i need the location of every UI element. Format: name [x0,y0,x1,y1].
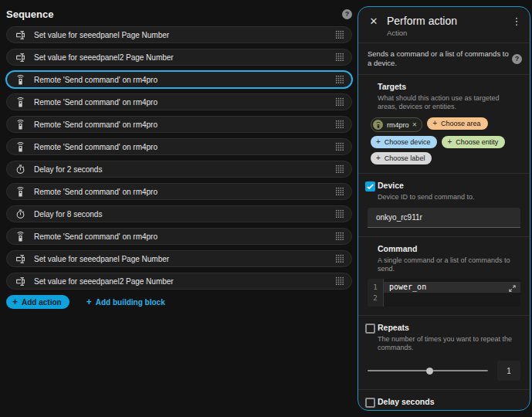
sequence-row[interactable]: Remote 'Send command' on rm4pro [6,228,352,245]
repeats-checkbox[interactable] [365,324,375,334]
sequence-row-label: Set value for seeedpanel Page Number [34,31,335,39]
command-description: A single command or a list of commands t… [378,256,520,273]
drag-handle-icon[interactable] [335,30,344,39]
add-action-label: Add action [22,298,62,307]
plus-icon: + [432,120,437,127]
plus-icon: + [86,297,92,307]
sequence-row-label: Set value for seeedpanel Page Number [34,255,335,263]
remote-icon [15,187,25,197]
sequence-row-label: Set value for seeedpanel2 Page Number [34,277,335,286]
expand-icon[interactable] [508,282,517,290]
device-section: Device Device ID to send command to. onk… [358,174,530,236]
sequence-row[interactable]: Remote 'Send command' on rm4pro [6,71,352,88]
target-device-chip[interactable]: rm4pro ✕ [371,117,422,132]
sequence-row-label: Delay for 8 seconds [34,210,335,219]
repeats-description: The number of times you want to repeat t… [378,335,520,352]
device-chip-label: rm4pro [387,121,409,129]
slider-thumb[interactable] [426,368,433,375]
help-icon[interactable]: ? [342,9,352,19]
sequence-list: Set value for seeedpanel Page Number Set… [6,26,352,290]
drag-handle-icon[interactable] [335,97,344,107]
choose-label-button[interactable]: + Choose label [371,152,432,164]
sequence-row-label: Delay for 2 seconds [34,165,335,174]
repeats-slider[interactable] [368,365,488,376]
sequence-row-label: Remote 'Send command' on rm4pro [34,143,335,151]
plus-icon: + [376,154,381,162]
remote-icon [15,75,25,85]
repeats-section: Repeats The number of times you want to … [358,316,530,389]
remote-icon [15,142,25,152]
remote-icon [15,97,25,107]
sequence-panel: Sequence ? Set value for seeedpanel Page… [6,8,352,309]
delay-heading: Delay seconds [378,397,520,407]
form-textbox-icon [15,53,25,63]
sequence-row[interactable]: Remote 'Send command' on rm4pro [6,93,352,110]
targets-description: What should this action use as targeted … [378,94,520,111]
add-action-button[interactable]: + Add action [6,295,69,309]
command-section: Command A single command or a list of co… [358,237,530,315]
code-line: power_on [384,282,520,293]
choose-entity-button[interactable]: + Choose entity [442,136,505,148]
delay-description: The time you want to wait in between rep… [378,409,520,411]
action-description-row: Sends a command or a list of commands to… [358,43,530,74]
drag-handle-icon[interactable] [335,187,344,196]
sequence-row[interactable]: Remote 'Send command' on rm4pro [6,183,352,200]
targets-heading: Targets [378,82,520,92]
drag-handle-icon[interactable] [335,209,344,219]
sequence-title: Sequence [6,8,53,20]
delay-seconds-section: Delay seconds The time you want to wait … [358,390,530,411]
action-description: Sends a command or a list of commands to… [368,49,512,68]
drag-handle-icon[interactable] [335,276,344,286]
dialog-header: ✕ Perform action Action ⋮ [358,7,530,42]
sequence-row[interactable]: Set value for seeedpanel2 Page Number [6,49,352,66]
dialog-title: Perform action [387,15,511,27]
remote-icon [15,120,25,130]
repeats-heading: Repeats [378,323,520,333]
close-icon[interactable]: ✕ [368,15,380,28]
help-icon[interactable]: ? [512,54,522,64]
add-building-block-button[interactable]: + Add building block [82,297,170,307]
kebab-menu-icon[interactable]: ⋮ [511,15,522,27]
sequence-header: Sequence ? [6,8,352,20]
remote-icon [15,232,25,242]
chip-remove-icon[interactable]: ✕ [412,122,418,128]
sequence-row[interactable]: Remote 'Send command' on rm4pro [6,138,352,155]
sequence-row[interactable]: Remote 'Send command' on rm4pro [6,116,352,133]
plus-icon: + [447,138,452,146]
sequence-actions: + Add action + Add building block [6,295,352,309]
drag-handle-icon[interactable] [335,120,344,129]
sequence-row[interactable]: Delay for 2 seconds [6,161,352,178]
remote-icon [373,120,383,130]
sequence-row-label: Remote 'Send command' on rm4pro [34,76,335,84]
command-code-editor[interactable]: 1 2 power_on [368,279,520,307]
choose-area-button[interactable]: + Choose area [427,117,487,130]
sequence-row-label: Remote 'Send command' on rm4pro [34,232,335,241]
form-textbox-icon [15,276,25,286]
repeats-value-input[interactable]: 1 [497,361,520,381]
device-heading: Device [378,181,520,191]
timer-icon [15,164,25,175]
sequence-row[interactable]: Delay for 8 seconds [6,205,352,222]
sequence-row-label: Remote 'Send command' on rm4pro [34,120,335,129]
perform-action-dialog: ✕ Perform action Action ⋮ Sends a comman… [357,6,530,411]
code-area[interactable]: power_on [384,279,520,307]
sequence-row-label: Set value for seeedpanel2 Page Number [34,53,335,62]
delay-checkbox[interactable] [365,398,375,408]
drag-handle-icon[interactable] [335,232,344,241]
drag-handle-icon[interactable] [335,254,344,263]
timer-icon [15,209,25,219]
device-id-input[interactable]: onkyo_rc911r [368,208,520,228]
sequence-row[interactable]: Set value for seeedpanel Page Number [6,250,352,267]
drag-handle-icon[interactable] [335,142,344,151]
drag-handle-icon[interactable] [335,75,344,84]
sequence-row[interactable]: Set value for seeedpanel2 Page Number [6,273,352,290]
sequence-row-label: Remote 'Send command' on rm4pro [34,98,335,107]
form-textbox-icon [15,30,25,40]
sequence-row[interactable]: Set value for seeedpanel Page Number [6,26,352,43]
drag-handle-icon[interactable] [335,53,344,62]
sequence-row-label: Remote 'Send command' on rm4pro [34,188,335,196]
choose-device-button[interactable]: + Choose device [371,136,437,148]
drag-handle-icon[interactable] [335,164,344,174]
form-textbox-icon [15,254,25,264]
device-checkbox[interactable] [365,181,375,192]
